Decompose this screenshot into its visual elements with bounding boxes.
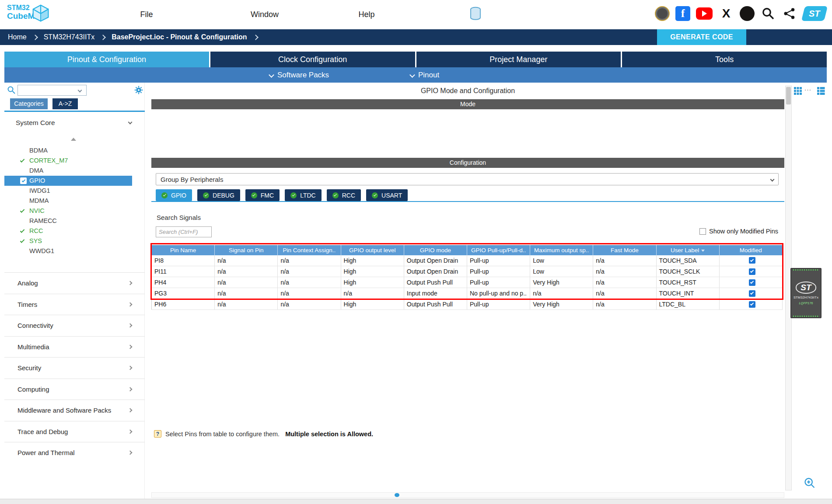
database-icon[interactable] [469, 7, 482, 23]
col-fast-mode[interactable]: Fast Mode [593, 245, 656, 255]
breadcrumb-home[interactable]: Home [8, 33, 27, 41]
sidebar-item-dma[interactable]: DMA [4, 166, 145, 176]
search-signals-label: Search Signals [157, 214, 201, 221]
youtube-icon[interactable] [696, 7, 713, 20]
horizontal-scrollbar[interactable] [151, 492, 784, 498]
software-packs-label: Software Packs [277, 71, 329, 80]
sidebar-category-computing[interactable]: Computing [4, 379, 145, 400]
sidebar-category-trace-debug[interactable]: Trace and Debug [4, 421, 145, 442]
gpio-configuration-panel: GPIO Mode and Configuration Mode Configu… [151, 83, 784, 499]
scrollbar-thumb[interactable] [395, 493, 399, 497]
modified-checkbox-checked[interactable] [749, 279, 755, 286]
col-speed[interactable]: Maximum output sp.. [530, 245, 593, 255]
scrollbar-thumb[interactable] [786, 87, 791, 104]
table-row-pi11[interactable]: PI11n/an/aHighOutput Open DrainPull-upLo… [152, 266, 783, 277]
st-logo[interactable] [801, 6, 828, 21]
sidebar-category-analog[interactable]: Analog [4, 272, 145, 294]
col-modified[interactable]: Modified [719, 245, 782, 255]
breadcrumb-mcu[interactable]: STM32H743IITx [44, 33, 94, 41]
gear-icon[interactable] [134, 85, 143, 96]
peripheral-tab-gpio[interactable]: GPIO [156, 189, 192, 201]
checkbox-unchecked[interactable] [699, 228, 706, 235]
col-user-label[interactable]: User Label [656, 245, 719, 255]
anniversary-badge-icon[interactable] [655, 6, 670, 21]
sidebar-item-iwdg1[interactable]: IWDG1 [4, 186, 145, 196]
chip-name: STM32H743IITx [794, 295, 818, 299]
col-output-level[interactable]: GPIO output level [341, 245, 404, 255]
sidebar-item-ramecc[interactable]: RAMECC [4, 216, 145, 226]
signals-search-input[interactable] [156, 226, 212, 237]
col-context[interactable]: Pin Context Assign.. [278, 245, 341, 255]
col-gpio-mode[interactable]: GPIO mode [404, 245, 467, 255]
check-circle-icon [332, 192, 339, 198]
table-row-ph4[interactable]: PH4n/an/aHighOutput Push PullPull-upVery… [152, 277, 783, 288]
sidebar-search-combo [17, 85, 87, 96]
tab-categories[interactable]: Categories [10, 98, 48, 109]
list-view-icon[interactable] [817, 87, 825, 96]
sidebar-item-cortex-m7[interactable]: CORTEX_M7 [4, 156, 145, 166]
st-chip-logo: ST [796, 282, 816, 294]
menu-file[interactable]: File [131, 0, 162, 29]
zoom-in-icon[interactable] [804, 477, 816, 490]
pinout-menu[interactable]: Pinout [410, 67, 439, 83]
sidebar-item-mdma[interactable]: MDMA [4, 196, 145, 206]
x-twitter-icon[interactable] [718, 6, 734, 21]
menu-window[interactable]: Window [242, 0, 287, 29]
menu-help[interactable]: Help [351, 0, 382, 29]
sidebar-group-system-core[interactable]: System Core [4, 117, 145, 129]
tab-tools[interactable]: Tools [622, 52, 827, 67]
check-circle-icon [161, 192, 168, 198]
check-circle-icon [203, 192, 209, 198]
sidebar-search-input[interactable] [20, 86, 77, 95]
mcu-package-preview[interactable]: ST STM32H743IITx LQFP176 [790, 268, 822, 318]
tab-a-to-z[interactable]: A->Z [52, 98, 78, 109]
sidebar-item-sys[interactable]: SYS [4, 236, 145, 246]
check-icon [20, 160, 29, 161]
splitter-handle[interactable] [71, 138, 76, 141]
group-by-select[interactable]: Group By Peripherals [156, 173, 779, 185]
peripheral-tab-fmc[interactable]: FMC [245, 189, 280, 201]
tab-pinout-configuration[interactable]: Pinout & Configuration [4, 52, 209, 67]
table-row-ph6[interactable]: PH6n/an/aHighOutput Push PullPull-upVery… [152, 299, 783, 310]
ellipsis-icon[interactable]: … [804, 84, 811, 93]
sidebar-item-wwdg1[interactable]: WWDG1 [4, 246, 145, 256]
tab-clock-configuration[interactable]: Clock Configuration [210, 52, 415, 67]
chevron-right-icon [128, 302, 133, 306]
sidebar-category-security[interactable]: Security [4, 357, 145, 379]
software-packs-menu[interactable]: Software Packs [269, 67, 329, 83]
sidebar-category-multimedia[interactable]: Multimedia [4, 336, 145, 358]
peripheral-tab-ltdc[interactable]: LTDC [285, 189, 322, 201]
pins-table: Pin Name Signal on Pin Pin Context Assig… [151, 245, 783, 310]
peripheral-tab-usart[interactable]: USART [366, 189, 408, 201]
github-icon[interactable] [740, 6, 755, 21]
sidebar-item-rcc[interactable]: RCC [4, 226, 145, 236]
col-pull[interactable]: GPIO Pull-up/Pull-d.. [467, 245, 530, 255]
search-icon[interactable] [760, 6, 776, 21]
sidebar-item-bdma[interactable]: BDMA [4, 146, 145, 156]
col-pin-name[interactable]: Pin Name [152, 245, 215, 255]
peripheral-tab-rcc[interactable]: RCC [327, 189, 361, 201]
sidebar-item-nvic[interactable]: NVIC [4, 206, 145, 216]
peripheral-tab-debug[interactable]: DEBUG [197, 189, 240, 201]
chip-view-icon[interactable] [794, 87, 802, 96]
chevron-down-icon[interactable] [78, 88, 82, 93]
col-signal[interactable]: Signal on Pin [215, 245, 278, 255]
show-modified-toggle[interactable]: Show only Modified Pins [699, 228, 778, 235]
sidebar-category-timers[interactable]: Timers [4, 294, 145, 315]
modified-checkbox-checked[interactable] [749, 290, 755, 297]
modified-checkbox-checked[interactable] [749, 301, 755, 308]
table-row-pi8[interactable]: PI8n/an/aHighOutput Open DrainPull-upLow… [152, 255, 783, 266]
modified-checkbox-checked[interactable] [749, 257, 755, 264]
table-row-pg3[interactable]: PG3n/an/an/aInput modeNo pull-up and no … [152, 288, 783, 299]
sidebar-category-power-thermal[interactable]: Power and Thermal [4, 442, 145, 463]
generate-code-button[interactable]: GENERATE CODE [657, 29, 746, 45]
sidebar-item-gpio[interactable]: GPIO [4, 176, 132, 186]
chevron-down-icon [269, 72, 274, 78]
modified-checkbox-checked[interactable] [749, 268, 755, 275]
social-links [655, 6, 826, 21]
sidebar-category-connectivity[interactable]: Connectivity [4, 315, 145, 336]
facebook-icon[interactable] [675, 6, 690, 21]
sidebar-category-middleware[interactable]: Middleware and Software Packs [4, 400, 145, 421]
share-nodes-icon[interactable] [782, 6, 797, 21]
tab-project-manager[interactable]: Project Manager [416, 52, 621, 67]
